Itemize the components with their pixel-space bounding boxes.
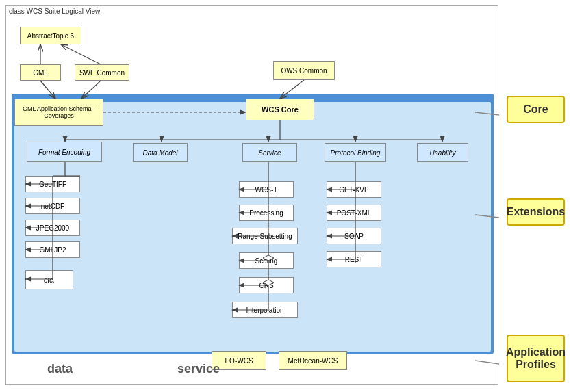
gmljp2-box: GMLJP2: [25, 241, 80, 258]
app-profiles-label: Application Profiles: [507, 335, 565, 382]
gml-box: GML: [20, 64, 61, 81]
netcdf-box: netCDF: [25, 198, 80, 214]
wcs-t-box: WCS-T: [239, 181, 294, 198]
data-label: data: [47, 362, 73, 376]
post-xml-box: POST-XML: [327, 205, 381, 221]
service-label: service: [177, 362, 220, 376]
core-label: Core: [507, 96, 565, 123]
main-container: Core Extensions Application Profiles cla…: [0, 0, 571, 392]
processing-box: Processing: [239, 205, 294, 221]
diagram-outer: class WCS Suite Logical View AbstractTop…: [5, 5, 498, 385]
data-model-box: Data Model: [133, 143, 188, 162]
extensions-label: Extensions: [507, 198, 565, 226]
etc-box: etc.: [25, 270, 73, 289]
rest-box: REST: [327, 251, 381, 267]
soap-box: SOAP: [327, 228, 381, 244]
jpeg2000-box: JPEG2000: [25, 220, 80, 236]
svg-line-3: [61, 44, 101, 64]
diagram-title: class WCS Suite Logical View: [6, 6, 498, 16]
get-kvp-box: GET-KVP: [327, 181, 381, 198]
wcs-core-box: WCS Core: [246, 99, 314, 120]
svg-line-41: [475, 361, 499, 365]
range-subsetting-box: Range Subsetting: [232, 228, 298, 244]
service-category-box: Service: [242, 143, 297, 162]
protocol-binding-box: Protocol Binding: [325, 143, 386, 162]
geotiff-box: GeoTIFF: [25, 176, 80, 192]
crs-box: CRS: [239, 277, 294, 293]
swe-common-box: SWE Common: [75, 64, 129, 81]
gml-app-schema-box: GML Application Schema - Coverages: [14, 99, 103, 126]
abstract-topic-box: AbstractTopic 6: [20, 27, 81, 44]
ows-common-box: OWS Common: [273, 61, 335, 80]
format-encoding-box: Format Encoding: [27, 142, 102, 162]
metocean-wcs-box: MetOcean-WCS: [279, 351, 347, 370]
interpolation-box: Interpolation: [232, 302, 298, 318]
usability-box: Usability: [417, 143, 468, 162]
scaling-box: Scaling: [239, 252, 294, 269]
